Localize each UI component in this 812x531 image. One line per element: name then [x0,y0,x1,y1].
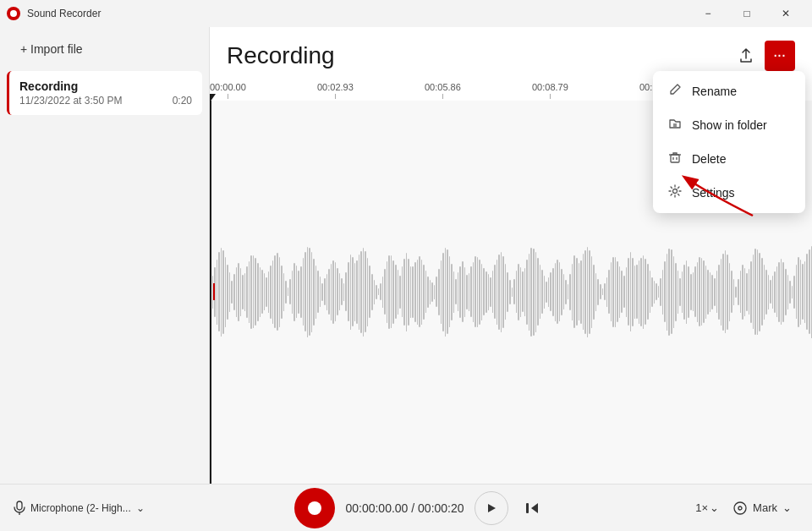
wave-bar [764,265,765,320]
wave-bar [568,284,569,299]
wave-bar [462,261,464,322]
wave-bar [561,269,562,315]
wave-bar [217,260,218,325]
wave-bar [268,271,270,314]
wave-bar [630,252,632,331]
wave-bar [516,271,518,313]
wave-bar [488,274,490,310]
svg-point-0 [10,10,17,17]
wave-bar [559,262,561,321]
wave-bar [501,252,502,332]
wave-bar [233,274,235,310]
wave-bar [540,265,541,319]
wave-bar [526,260,528,325]
recording-list-item[interactable]: Recording 11/23/2022 at 3:50 PM 0:20 [7,71,202,115]
wave-bar [781,259,782,325]
wave-bar [690,274,692,310]
wave-bar [718,265,720,320]
wave-bar [688,266,689,318]
wave-bar [711,275,713,309]
wave-bar [328,269,330,315]
wave-bar [324,278,326,305]
wave-bar [520,267,522,317]
menu-item-rename[interactable]: Rename [653,74,805,108]
wave-bar [382,276,384,307]
share-button[interactable] [731,41,761,71]
wave-bar [289,279,291,304]
wave-bar [470,266,472,317]
wave-bar [664,261,666,322]
wave-bar [391,255,392,328]
wave-bar [479,260,480,325]
wave-bar [606,277,608,307]
wave-bar [595,273,597,312]
menu-item-settings[interactable]: Settings [653,176,805,210]
wave-bar [296,266,298,318]
wave-bar [714,278,716,306]
wave-bar [326,274,328,310]
wave-bar [710,272,711,312]
import-file-button[interactable]: + Import file [10,37,199,61]
menu-item-show-in-folder[interactable]: Show in folder [653,108,805,142]
wave-bar [374,280,376,304]
wave-bar [796,265,798,319]
wave-bar [782,262,784,322]
wave-bar [565,280,567,305]
svg-point-15 [734,502,746,514]
wave-bar [350,255,352,330]
wave-bar [722,254,724,331]
wave-bar [218,252,220,331]
context-menu: Rename Show in folder [653,71,805,213]
wave-bar [303,258,304,326]
wave-bar [414,262,416,323]
wave-bar [225,257,227,327]
wave-bar [576,258,578,326]
mark-button[interactable]: Mark ⌄ [726,497,798,519]
skip-back-button[interactable] [518,495,546,522]
wave-bar [705,266,707,319]
speed-selector[interactable]: 1× ⌄ [695,501,719,514]
wave-bar [371,274,373,310]
wave-bar [518,264,519,320]
wave-bar [317,271,319,313]
wave-bar [369,266,370,318]
wave-bar [512,287,513,297]
wave-bar [602,288,604,295]
microphone-label: Microphone (2- High... [30,502,131,514]
wave-bar [557,260,558,324]
wave-bar [654,281,656,304]
more-options-button[interactable]: ··· [765,41,795,71]
close-button[interactable]: ✕ [766,0,805,27]
wave-bar [640,258,642,326]
wave-bar [757,249,759,335]
wave-bar [604,283,606,300]
wave-bar [662,270,664,315]
wave-bar [395,265,397,319]
wave-bar [406,253,408,331]
wave-bar [378,288,380,295]
wave-bar [434,285,436,299]
minimize-button[interactable]: − [689,0,727,27]
wave-bar [729,263,731,321]
play-button[interactable] [475,491,508,525]
wave-bar [260,267,261,317]
wave-bar [430,280,431,304]
wave-bar [279,257,281,326]
wave-bar [621,271,623,313]
record-button[interactable] [294,488,335,528]
menu-item-delete[interactable]: Delete [653,142,805,176]
wave-bar [809,249,810,334]
wave-bar [626,267,628,318]
wave-bar [458,272,459,311]
wave-bar [283,273,285,311]
wave-bar [451,264,453,320]
wave-bar [529,254,530,331]
maximize-button[interactable]: □ [727,0,766,27]
wave-bar [699,257,700,326]
wave-bar [636,265,638,319]
wave-bar [421,260,423,324]
wave-bar [580,260,582,324]
timeline-marker-2: 00:05.86 [425,82,461,99]
microphone-selector[interactable]: Microphone (2- High... ⌄ [14,501,145,516]
wave-bar [802,264,804,320]
